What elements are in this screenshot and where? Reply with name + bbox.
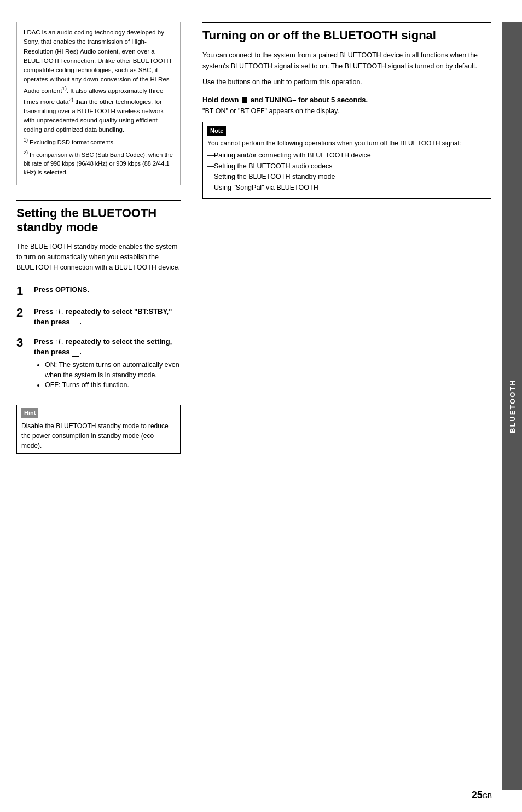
hint-label: Hint <box>21 408 38 418</box>
sidebar-bluetooth-label: BLUETOOTH <box>502 22 522 790</box>
page-number: 25 <box>472 790 483 801</box>
step-1-number: 1 <box>16 284 30 297</box>
step-2: 2 Press ↑/↓ repeatedly to select "BT:STB… <box>16 306 181 328</box>
steps-list: 1 Press OPTIONS. 2 Press ↑/↓ repeatedly … <box>16 284 181 399</box>
hint-box: Hint Disable the BLUETOOTH standby mode … <box>16 405 181 454</box>
note-item-3: Setting the BLUETOOTH standby mode <box>207 172 486 182</box>
step-1-content: Press OPTIONS. <box>34 284 181 295</box>
ldac-info-box: LDAC is an audio coding technology devel… <box>16 22 181 185</box>
page-number-area: 25GB <box>472 790 492 801</box>
page-suffix: GB <box>483 792 492 800</box>
left-section-title: Setting the BLUETOOTH standby mode <box>16 206 181 235</box>
note-list: Pairing and/or connecting with BLUETOOTH… <box>207 150 486 193</box>
step-3-number: 3 <box>16 336 30 349</box>
subheading-detail: "BT ON" or "BT OFF" appears on the displ… <box>202 106 491 116</box>
step-3-option-off: OFF: Turns off this function. <box>45 380 181 390</box>
note-item-2: Setting the BLUETOOTH audio codecs <box>207 161 486 172</box>
note-intro: You cannot perform the following operati… <box>207 138 486 148</box>
step-3-option-on: ON: The system turns on automatically ev… <box>45 360 181 381</box>
left-column: LDAC is an audio coding technology devel… <box>16 22 192 790</box>
step-1: 1 Press OPTIONS. <box>16 284 181 297</box>
step-3: 3 Press ↑/↓ repeatedly to select the set… <box>16 336 181 390</box>
ldac-text: LDAC is an audio coding technology devel… <box>24 28 173 135</box>
left-section-intro: The BLUETOOTH standby mode enables the s… <box>16 242 181 273</box>
right-section-title: Turning on or off the BLUETOOTH signal <box>202 22 491 43</box>
section-divider <box>16 200 181 201</box>
right-intro-1: You can connect to the system from a pai… <box>202 50 491 72</box>
right-subheading: Hold down and TUNING– for about 5 second… <box>202 96 491 104</box>
right-column: Turning on or off the BLUETOOTH signal Y… <box>192 22 491 790</box>
footnote1: 1) Excluding DSD format contents. <box>24 137 173 147</box>
note-item-1: Pairing and/or connecting with BLUETOOTH… <box>207 150 486 161</box>
square-icon <box>242 97 247 103</box>
step-3-content: Press ↑/↓ repeatedly to select the setti… <box>34 336 181 390</box>
footnote2: 2) In comparison with SBC (Sub Band Code… <box>24 149 173 177</box>
step-3-options: ON: The system turns on automatically ev… <box>34 360 181 390</box>
step-2-content: Press ↑/↓ repeatedly to select "BT:STBY,… <box>34 306 181 328</box>
note-label: Note <box>207 126 226 136</box>
note-item-4: Using "SongPal" via BLUETOOTH <box>207 183 486 193</box>
hint-text: Disable the BLUETOOTH standby mode to re… <box>21 421 176 451</box>
note-box: Note You cannot perform the following op… <box>202 122 491 199</box>
right-intro-2: Use the buttons on the unit to perform t… <box>202 77 491 87</box>
step-2-number: 2 <box>16 306 30 319</box>
